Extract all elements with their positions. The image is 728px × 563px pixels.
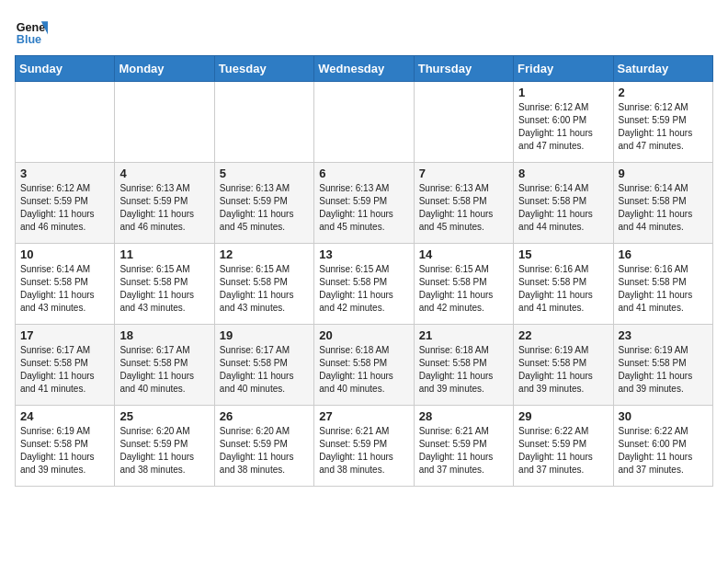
- day-info: Sunrise: 6:13 AMSunset: 5:58 PMDaylight:…: [419, 182, 508, 234]
- day-info: Sunrise: 6:13 AMSunset: 5:59 PMDaylight:…: [319, 182, 408, 234]
- logo-icon: General Blue: [15, 15, 48, 48]
- day-info: Sunrise: 6:19 AMSunset: 5:58 PMDaylight:…: [518, 344, 608, 396]
- day-number: 4: [119, 167, 209, 180]
- calendar-cell: 1Sunrise: 6:12 AMSunset: 6:00 PMDaylight…: [514, 82, 613, 163]
- calendar-cell: 10Sunrise: 6:14 AMSunset: 5:58 PMDayligh…: [16, 244, 115, 325]
- calendar-cell: 29Sunrise: 6:22 AMSunset: 5:59 PMDayligh…: [514, 406, 613, 487]
- day-info: Sunrise: 6:14 AMSunset: 5:58 PMDaylight:…: [20, 263, 109, 315]
- day-info: Sunrise: 6:21 AMSunset: 5:59 PMDaylight:…: [319, 425, 408, 477]
- calendar-cell: 23Sunrise: 6:19 AMSunset: 5:58 PMDayligh…: [613, 325, 712, 406]
- calendar-cell: 18Sunrise: 6:17 AMSunset: 5:58 PMDayligh…: [115, 325, 214, 406]
- calendar-cell: 8Sunrise: 6:14 AMSunset: 5:58 PMDaylight…: [514, 163, 613, 244]
- calendar-cell: 24Sunrise: 6:19 AMSunset: 5:58 PMDayligh…: [16, 406, 115, 487]
- calendar-cell: [214, 82, 313, 163]
- calendar-cell: 20Sunrise: 6:18 AMSunset: 5:58 PMDayligh…: [314, 325, 414, 406]
- svg-text:Blue: Blue: [17, 33, 41, 46]
- weekday-header-sunday: Sunday: [16, 56, 115, 82]
- calendar-cell: 13Sunrise: 6:15 AMSunset: 5:58 PMDayligh…: [314, 244, 414, 325]
- day-info: Sunrise: 6:22 AMSunset: 6:00 PMDaylight:…: [619, 425, 708, 477]
- calendar-cell: 15Sunrise: 6:16 AMSunset: 5:58 PMDayligh…: [514, 244, 613, 325]
- calendar-cell: [115, 82, 214, 163]
- day-info: Sunrise: 6:19 AMSunset: 5:58 PMDaylight:…: [20, 425, 109, 477]
- day-number: 26: [220, 409, 309, 423]
- day-info: Sunrise: 6:15 AMSunset: 5:58 PMDaylight:…: [220, 263, 309, 315]
- calendar-cell: 19Sunrise: 6:17 AMSunset: 5:58 PMDayligh…: [214, 325, 313, 406]
- day-info: Sunrise: 6:14 AMSunset: 5:58 PMDaylight:…: [518, 182, 608, 234]
- day-number: 8: [518, 167, 608, 180]
- day-number: 6: [319, 167, 408, 180]
- calendar-cell: 6Sunrise: 6:13 AMSunset: 5:59 PMDaylight…: [314, 163, 414, 244]
- day-info: Sunrise: 6:18 AMSunset: 5:58 PMDaylight:…: [419, 344, 508, 396]
- calendar-cell: 21Sunrise: 6:18 AMSunset: 5:58 PMDayligh…: [414, 325, 513, 406]
- day-number: 27: [319, 409, 408, 423]
- day-number: 11: [119, 247, 209, 261]
- calendar-cell: 28Sunrise: 6:21 AMSunset: 5:59 PMDayligh…: [414, 406, 513, 487]
- day-number: 29: [518, 409, 608, 423]
- calendar-cell: [314, 82, 414, 163]
- calendar-cell: 2Sunrise: 6:12 AMSunset: 5:59 PMDaylight…: [613, 82, 712, 163]
- day-info: Sunrise: 6:12 AMSunset: 5:59 PMDaylight:…: [20, 182, 109, 234]
- day-number: 23: [619, 328, 708, 342]
- weekday-header-wednesday: Wednesday: [314, 56, 414, 82]
- weekday-header-saturday: Saturday: [613, 56, 712, 82]
- calendar-cell: 27Sunrise: 6:21 AMSunset: 5:59 PMDayligh…: [314, 406, 414, 487]
- day-number: 13: [319, 247, 408, 261]
- day-info: Sunrise: 6:17 AMSunset: 5:58 PMDaylight:…: [20, 344, 109, 396]
- weekday-header-monday: Monday: [115, 56, 214, 82]
- day-number: 20: [319, 328, 408, 342]
- calendar-cell: 3Sunrise: 6:12 AMSunset: 5:59 PMDaylight…: [16, 163, 115, 244]
- calendar-week-3: 10Sunrise: 6:14 AMSunset: 5:58 PMDayligh…: [16, 244, 713, 325]
- day-number: 15: [518, 247, 608, 261]
- day-number: 24: [20, 409, 109, 423]
- day-info: Sunrise: 6:14 AMSunset: 5:58 PMDaylight:…: [619, 182, 708, 234]
- day-number: 14: [419, 247, 508, 261]
- calendar-week-4: 17Sunrise: 6:17 AMSunset: 5:58 PMDayligh…: [16, 325, 713, 406]
- day-number: 25: [119, 409, 209, 423]
- day-number: 2: [619, 86, 708, 99]
- calendar-cell: 11Sunrise: 6:15 AMSunset: 5:58 PMDayligh…: [115, 244, 214, 325]
- calendar-cell: 25Sunrise: 6:20 AMSunset: 5:59 PMDayligh…: [115, 406, 214, 487]
- day-info: Sunrise: 6:12 AMSunset: 6:00 PMDaylight:…: [518, 101, 608, 153]
- day-info: Sunrise: 6:17 AMSunset: 5:58 PMDaylight:…: [119, 344, 209, 396]
- day-info: Sunrise: 6:20 AMSunset: 5:59 PMDaylight:…: [119, 425, 209, 477]
- calendar-week-5: 24Sunrise: 6:19 AMSunset: 5:58 PMDayligh…: [16, 406, 713, 487]
- day-number: 19: [220, 328, 309, 342]
- calendar-cell: 22Sunrise: 6:19 AMSunset: 5:58 PMDayligh…: [514, 325, 613, 406]
- day-info: Sunrise: 6:20 AMSunset: 5:59 PMDaylight:…: [220, 425, 309, 477]
- calendar-cell: [16, 82, 115, 163]
- day-number: 21: [419, 328, 508, 342]
- calendar-cell: 12Sunrise: 6:15 AMSunset: 5:58 PMDayligh…: [214, 244, 313, 325]
- day-info: Sunrise: 6:16 AMSunset: 5:58 PMDaylight:…: [518, 263, 608, 315]
- day-number: 1: [518, 86, 608, 99]
- calendar-table: SundayMondayTuesdayWednesdayThursdayFrid…: [15, 55, 713, 487]
- calendar-cell: 7Sunrise: 6:13 AMSunset: 5:58 PMDaylight…: [414, 163, 513, 244]
- day-info: Sunrise: 6:19 AMSunset: 5:58 PMDaylight:…: [619, 344, 708, 396]
- day-info: Sunrise: 6:21 AMSunset: 5:59 PMDaylight:…: [419, 425, 508, 477]
- weekday-header-tuesday: Tuesday: [214, 56, 313, 82]
- day-number: 12: [220, 247, 309, 261]
- day-info: Sunrise: 6:18 AMSunset: 5:58 PMDaylight:…: [319, 344, 408, 396]
- day-number: 30: [619, 409, 708, 423]
- day-number: 22: [518, 328, 608, 342]
- day-info: Sunrise: 6:15 AMSunset: 5:58 PMDaylight:…: [319, 263, 408, 315]
- day-info: Sunrise: 6:13 AMSunset: 5:59 PMDaylight:…: [220, 182, 309, 234]
- day-number: 18: [119, 328, 209, 342]
- calendar-cell: 30Sunrise: 6:22 AMSunset: 6:00 PMDayligh…: [613, 406, 712, 487]
- day-number: 7: [419, 167, 508, 180]
- calendar-week-2: 3Sunrise: 6:12 AMSunset: 5:59 PMDaylight…: [16, 163, 713, 244]
- day-number: 3: [20, 167, 109, 180]
- day-number: 17: [20, 328, 109, 342]
- calendar-cell: 5Sunrise: 6:13 AMSunset: 5:59 PMDaylight…: [214, 163, 313, 244]
- calendar-cell: 14Sunrise: 6:15 AMSunset: 5:58 PMDayligh…: [414, 244, 513, 325]
- day-info: Sunrise: 6:16 AMSunset: 5:58 PMDaylight:…: [619, 263, 708, 315]
- day-number: 16: [619, 247, 708, 261]
- day-info: Sunrise: 6:15 AMSunset: 5:58 PMDaylight:…: [119, 263, 209, 315]
- day-info: Sunrise: 6:15 AMSunset: 5:58 PMDaylight:…: [419, 263, 508, 315]
- day-info: Sunrise: 6:13 AMSunset: 5:59 PMDaylight:…: [119, 182, 209, 234]
- calendar-week-1: 1Sunrise: 6:12 AMSunset: 6:00 PMDaylight…: [16, 82, 713, 163]
- day-info: Sunrise: 6:22 AMSunset: 5:59 PMDaylight:…: [518, 425, 608, 477]
- calendar-cell: 16Sunrise: 6:16 AMSunset: 5:58 PMDayligh…: [613, 244, 712, 325]
- calendar-cell: 17Sunrise: 6:17 AMSunset: 5:58 PMDayligh…: [16, 325, 115, 406]
- day-number: 5: [220, 167, 309, 180]
- calendar-cell: [414, 82, 513, 163]
